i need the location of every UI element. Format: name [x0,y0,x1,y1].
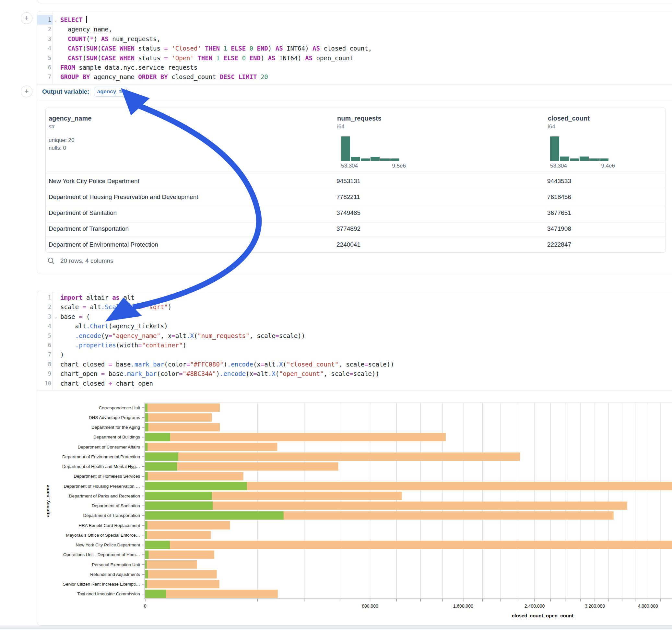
hist-min-label: 53,304 [550,163,567,169]
plus-icon: + [25,14,29,22]
svg-text:3,200,000: 3,200,000 [585,603,605,609]
column-header-agency-name[interactable]: agency_name str unique: 20 nulls: 0 [49,115,91,151]
add-cell-button-output[interactable]: + [21,86,32,97]
table-cell: 9453131 [336,177,360,185]
output-variable-input[interactable]: agency_tickets [94,87,128,97]
svg-text:Department for the Aging: Department for the Aging [91,425,140,430]
sql-code-editor[interactable]: 1⌄SELECT 2 agency_name,3 COUNT(*) AS num… [37,11,672,84]
svg-text:HRA Benefit Card Replacement: HRA Benefit Card Replacement [78,523,140,528]
table-cell: Department of Transportation [49,225,129,232]
table-cell: New York City Police Department [49,177,139,185]
python-code-editor[interactable]: 1import altair as alt2scale = alt.Scale(… [37,291,672,390]
column-stat-unique: unique: 20 [49,137,91,144]
code-line[interactable]: 3 COUNT(*) AS num_requests, [37,34,672,44]
svg-text:Refunds and Adjustments: Refunds and Adjustments [90,572,140,577]
code-line[interactable]: 5 .encode(y="agency_name", x=alt.X("num_… [37,331,672,341]
line-number: 9 [37,369,52,379]
table-cell: 3677651 [547,209,571,217]
code-line[interactable]: 3⌄base = ( [37,312,672,321]
table-row[interactable]: Department of Housing Preservation and D… [45,189,666,205]
code-line[interactable]: 4 CAST(SUM(CASE WHEN status = 'Closed' T… [37,44,672,53]
line-number: 3 [37,34,52,44]
code-line[interactable]: 1⌄SELECT [37,15,672,25]
code-line[interactable]: 9chart_open = base.mark_bar(color="#8BC3… [37,369,672,379]
fold-toggle-icon[interactable]: ⌄ [55,16,57,25]
column-histogram [550,137,608,161]
line-number: 4 [37,44,52,53]
code-line[interactable]: 7GROUP BY agency_name ORDER BY closed_co… [37,72,672,82]
line-number: 5 [37,53,52,63]
table-cell: 2240041 [336,241,360,248]
code-line[interactable]: 5 CAST(SUM(CASE WHEN status = 'Open' THE… [37,53,672,63]
line-number: 1⌄ [37,15,52,25]
svg-text:Taxi and Limousine Commission: Taxi and Limousine Commission [77,591,140,596]
code-line[interactable]: 6FROM sample_data.nyc.service_requests [37,63,672,72]
hist-max-label: 9.4e6 [601,163,615,169]
svg-text:Department of Consumer Affairs: Department of Consumer Affairs [77,445,140,450]
code-line[interactable]: 1import altair as alt [37,293,672,302]
svg-text:Department of Transportation: Department of Transportation [83,513,140,518]
gutter-separator [52,11,53,84]
column-header-closed-count[interactable]: closed_count i64 53,304 9.4e6 [548,115,615,169]
column-histogram [341,137,399,161]
code-line[interactable]: 6 .properties(width="container") [37,341,672,350]
svg-text:1,600,000: 1,600,000 [453,603,473,609]
svg-text:Mayorâ€ s Office of Special En: Mayorâ€ s Office of Special Enforce… [66,533,140,538]
table-footer: 20 rows, 4 columns [47,256,114,266]
text-cursor [86,16,87,23]
line-number: 8 [37,360,52,369]
svg-text:New York City Police Departmen: New York City Police Department [75,542,140,547]
line-number: 1 [37,293,52,302]
line-number: 5 [37,331,52,341]
svg-text:Personal Exemption Unit: Personal Exemption Unit [92,562,140,567]
table-row[interactable]: Department of Environmental Protection22… [45,237,666,252]
svg-text:Correspondence Unit: Correspondence Unit [99,406,140,410]
table-cell: 2222847 [547,241,571,248]
line-number: 7 [37,72,52,82]
svg-text:Department of Housing Preserva: Department of Housing Preservation … [64,484,140,489]
svg-text:Department of Health and Menta: Department of Health and Mental Hyg… [62,464,140,469]
hist-max-label: 9.5e6 [392,163,406,169]
column-name: closed_count [548,115,615,122]
svg-text:0: 0 [144,603,146,609]
table-cell: 3471908 [547,225,571,232]
fold-toggle-icon[interactable]: ⌄ [55,312,57,322]
previous-cell-bottom [37,0,672,3]
column-type: i64 [548,123,615,130]
code-line[interactable]: 7) [37,350,672,359]
column-name: agency_name [49,115,91,122]
svg-text:Department of Sanitation: Department of Sanitation [92,503,140,508]
line-number: 10 [37,379,52,388]
column-header-num-requests[interactable]: num_requests i64 53,304 9.5e6 [337,115,406,169]
code-line[interactable]: 10chart_closed + chart_open [37,379,672,388]
table-cell: Department of Housing Preservation and D… [49,193,198,201]
table-row[interactable]: Department of Transportation377489234719… [45,221,666,237]
line-number: 6 [37,63,52,72]
svg-text:Operations Unit - Department o: Operations Unit - Department of Hom… [63,552,140,557]
search-icon[interactable] [47,257,55,265]
table-cell: 3774892 [336,225,360,232]
add-cell-button-top[interactable]: + [21,12,32,24]
notebook-page: + + 1⌄SELECT 2 agency_name,3 COUNT(*) AS… [0,0,672,630]
column-type: i64 [337,123,406,130]
plus-icon: + [25,87,29,95]
code-line[interactable]: 8chart_closed = base.mark_bar(color="#FF… [37,360,672,369]
line-number: 3⌄ [37,312,52,321]
code-line[interactable]: 2scale = alt.Scale(type="sqrt") [37,302,672,312]
line-number: 4 [37,321,52,331]
code-line[interactable]: 2 agency_name, [37,25,672,34]
table-cell: 3749485 [336,209,360,217]
code-line[interactable]: 4 alt.Chart(agency_tickets) [37,321,672,331]
svg-text:closed_count, open_count: closed_count, open_count [512,613,573,618]
table-row[interactable]: Department of Sanitation37494853677651 [45,205,666,221]
table-cell: 7782211 [336,193,360,201]
line-number: 6 [37,341,52,350]
table-row[interactable]: New York City Police Department945313194… [45,173,666,189]
table-cell: Department of Sanitation [49,209,117,217]
svg-text:Department of Homeless Service: Department of Homeless Services [74,474,140,479]
column-stat-nulls: nulls: 0 [49,145,91,151]
line-number: 2 [37,302,52,312]
svg-text:DHS Advantage Programs: DHS Advantage Programs [89,415,140,420]
svg-text:Department of Buildings: Department of Buildings [93,435,140,439]
svg-text:Department of Environmental Pr: Department of Environmental Protection [62,454,140,459]
